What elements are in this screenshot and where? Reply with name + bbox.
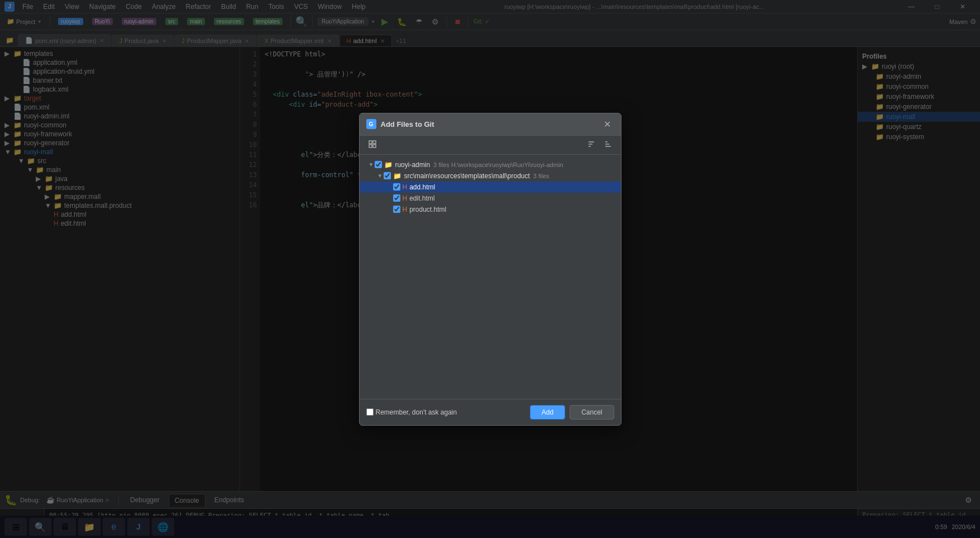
modal-header: G Add Files to Git ✕ [360,113,621,136]
add-files-modal: G Add Files to Git ✕ [359,113,622,426]
modal-ruoyi-admin-folder-icon: 📁 [384,161,393,169]
modal-sort-btn2[interactable] [601,139,615,151]
remember-checkbox-label[interactable]: Remember, don't ask again [366,408,525,416]
modal-toolbar [360,136,621,155]
remember-checkbox[interactable] [366,408,374,416]
modal-overlay: G Add Files to Git ✕ [0,0,980,538]
cancel-button[interactable]: Cancel [570,405,614,420]
modal-ruoyi-admin-expand: ▼ [369,161,374,168]
modal-edit-html-icon: H [403,194,408,202]
svg-rect-1 [373,141,376,144]
svg-rect-2 [369,145,372,147]
modal-footer: Remember, don't ask again Add Cancel [360,399,621,425]
modal-tree-src-path[interactable]: ▼ 📁 src\main\resources\templates\mall\pr… [360,170,621,182]
modal-checkbox-add-html[interactable] [393,183,400,191]
modal-checkbox-product-html[interactable] [393,206,400,213]
modal-git-icon: G [366,119,376,129]
modal-tree-product-html[interactable]: H product.html [360,204,621,215]
modal-tree-ruoyi-admin[interactable]: ▼ 📁 ruoyi-admin 3 files H:\workspace\ruo… [360,159,621,170]
modal-add-html-icon: H [403,183,408,191]
modal-src-path-info: 3 files [533,173,549,179]
modal-title: Add Files to Git [381,120,600,128]
modal-checkbox-edit-html[interactable] [393,194,400,202]
modal-tree-edit-html[interactable]: H edit.html [360,193,621,204]
sort-icon-2 [604,140,612,148]
svg-rect-0 [369,141,372,144]
modal-checkbox-ruoyi-admin[interactable] [375,161,382,168]
expand-all-icon [369,140,376,148]
svg-rect-3 [373,145,376,147]
modal-src-path-folder-icon: 📁 [393,172,401,180]
modal-checkbox-src-path[interactable] [384,172,391,179]
modal-tree-add-html[interactable]: H add.html [360,182,621,193]
modal-src-path-expand: ▼ [377,173,383,179]
sort-icon-1 [587,140,595,148]
modal-product-html-icon: H [403,206,408,213]
modal-file-tree: ▼ 📁 ruoyi-admin 3 files H:\workspace\ruo… [360,155,621,399]
add-button[interactable]: Add [530,405,565,420]
modal-expand-all[interactable] [365,139,380,151]
modal-sort-btn1[interactable] [584,139,599,151]
modal-close-button[interactable]: ✕ [600,118,614,131]
modal-ruoyi-admin-info: 3 files H:\workspace\ruoyiwp\RuoYi\ruoyi… [433,161,563,168]
